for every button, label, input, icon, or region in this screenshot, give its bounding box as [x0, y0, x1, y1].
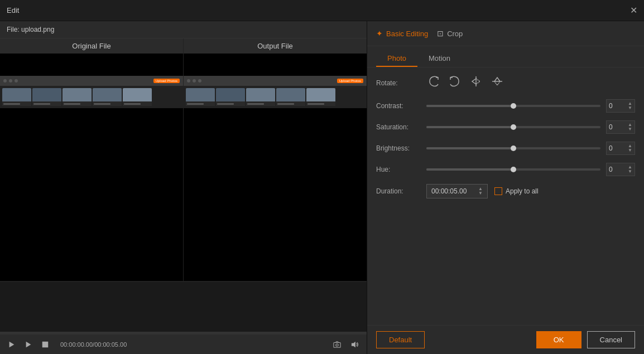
contrast-slider[interactable]	[426, 105, 600, 107]
apply-all-row: Apply to all	[494, 187, 539, 195]
out-thumb-2	[216, 88, 245, 106]
hue-value-box: 0 ▲ ▼	[606, 163, 635, 176]
apply-all-label: Apply to all	[506, 187, 539, 195]
output-content: Upload Photos	[184, 54, 367, 281]
contrast-label: Contrast:	[376, 102, 426, 110]
brightness-value: 0	[609, 144, 613, 152]
crop-icon: ⊡	[437, 29, 444, 38]
contrast-spin-down[interactable]: ▼	[628, 106, 632, 110]
dot6	[198, 79, 201, 83]
output-label: Output File	[184, 38, 367, 54]
thumbnail-strip	[0, 86, 183, 108]
hue-slider[interactable]	[426, 168, 600, 171]
duration-row: Duration: 00:00:05.00 ▲ ▼ Apply to all	[376, 184, 635, 198]
hue-label: Hue:	[376, 166, 426, 173]
brightness-row: Brightness: 0 ▲ ▼	[376, 142, 635, 155]
contrast-spinners: ▲ ▼	[628, 101, 632, 110]
thumb-1	[2, 88, 31, 106]
volume-button[interactable]	[349, 340, 361, 350]
output-screenshot: Upload Photos	[184, 76, 367, 108]
hue-value: 0	[609, 166, 613, 173]
dot3	[15, 79, 18, 83]
screenshot-header: Upload Photos	[0, 76, 183, 86]
progress-container[interactable]	[0, 332, 367, 334]
dot2	[9, 79, 12, 83]
crop-label: Crop	[447, 30, 463, 38]
close-button[interactable]: ✕	[630, 6, 637, 15]
brightness-spin-down[interactable]: ▼	[628, 148, 632, 153]
rotate-right-button[interactable]	[426, 74, 441, 91]
svg-marker-0	[9, 341, 15, 347]
timeline-area	[0, 282, 367, 332]
sub-tabs: Photo Motion	[367, 46, 644, 67]
rotate-label: Rotate:	[376, 79, 426, 87]
saturation-spin-down[interactable]: ▼	[628, 127, 632, 132]
title-bar: Edit ✕	[0, 0, 644, 21]
svg-rect-2	[42, 341, 49, 347]
play-button[interactable]	[6, 340, 18, 350]
svg-point-4	[336, 343, 338, 346]
out-thumb-3	[246, 88, 275, 106]
snapshot-button[interactable]	[331, 340, 343, 350]
brightness-slider[interactable]	[426, 147, 600, 149]
screenshot-header-2: Upload Photos	[184, 76, 367, 86]
rotate-left-button[interactable]	[448, 74, 462, 91]
svg-marker-1	[26, 341, 31, 347]
stop-button[interactable]	[39, 340, 51, 350]
svg-rect-3	[334, 342, 340, 347]
original-screenshot: Upload Photos	[0, 76, 183, 108]
flip-vertical-button[interactable]	[490, 74, 504, 91]
duration-spinners: ▲ ▼	[478, 187, 483, 196]
play-button-2[interactable]	[22, 340, 35, 350]
saturation-value: 0	[609, 123, 613, 131]
out-thumb-1	[186, 88, 215, 106]
svg-marker-5	[352, 341, 355, 347]
dot4	[187, 79, 190, 83]
thumbnail-strip-2	[184, 86, 367, 108]
tab-motion[interactable]: Motion	[417, 51, 462, 67]
flip-horizontal-button[interactable]	[469, 74, 483, 91]
edit-controls: Rotate:	[367, 67, 644, 325]
motion-tab-label: Motion	[429, 54, 450, 62]
rotate-buttons	[426, 74, 504, 91]
out-thumb-5	[306, 88, 335, 106]
apply-all-checkbox[interactable]	[494, 187, 502, 195]
basic-editing-label: Basic Editing	[386, 30, 428, 38]
tab-crop[interactable]: ⊡ Crop	[437, 27, 463, 40]
tab-photo[interactable]: Photo	[376, 51, 417, 67]
hue-row: Hue: 0 ▲ ▼	[376, 163, 635, 176]
original-content: Upload Photos	[0, 54, 183, 281]
hue-spin-down[interactable]: ▼	[628, 169, 632, 174]
duration-input[interactable]: 00:00:05.00 ▲ ▼	[426, 184, 488, 198]
default-button[interactable]: Default	[376, 331, 425, 348]
upload-btn: Upload Photos	[153, 79, 180, 83]
tab-basic-editing[interactable]: ✦ Basic Editing	[376, 27, 428, 40]
cancel-button[interactable]: Cancel	[587, 331, 635, 348]
brightness-label: Brightness:	[376, 144, 426, 152]
thumb-3	[63, 88, 92, 106]
upload-btn-2: Upload Photos	[337, 79, 363, 83]
saturation-spinners: ▲ ▼	[628, 123, 632, 132]
ctrl-icons-right	[331, 340, 361, 350]
preview-area: Original File Upload Photos	[0, 38, 367, 282]
title-bar-title: Edit	[7, 6, 19, 14]
saturation-slider[interactable]	[426, 126, 600, 128]
rotate-row: Rotate:	[376, 74, 635, 91]
duration-value: 00:00:05.00	[431, 187, 467, 195]
saturation-value-box: 0 ▲ ▼	[606, 120, 635, 134]
controls-bar: 00:00:00.00/00:00:05.00	[0, 334, 367, 354]
ok-button[interactable]: OK	[536, 331, 581, 348]
dot5	[193, 79, 196, 83]
saturation-row: Saturation: 0 ▲ ▼	[376, 120, 635, 134]
brightness-spinners: ▲ ▼	[628, 144, 632, 153]
saturation-label: Saturation:	[376, 123, 426, 131]
thumb-5	[123, 88, 152, 106]
duration-spin-down[interactable]: ▼	[478, 191, 483, 196]
footer-buttons: Default OK Cancel	[367, 325, 644, 354]
hue-spinners: ▲ ▼	[628, 165, 632, 174]
original-label: Original File	[0, 38, 183, 54]
duration-label: Duration:	[376, 187, 426, 195]
thumb-4	[93, 88, 122, 106]
output-pane: Output File Upload Photos	[184, 38, 367, 281]
time-display: 00:00:00.00/00:00:05.00	[60, 341, 127, 348]
